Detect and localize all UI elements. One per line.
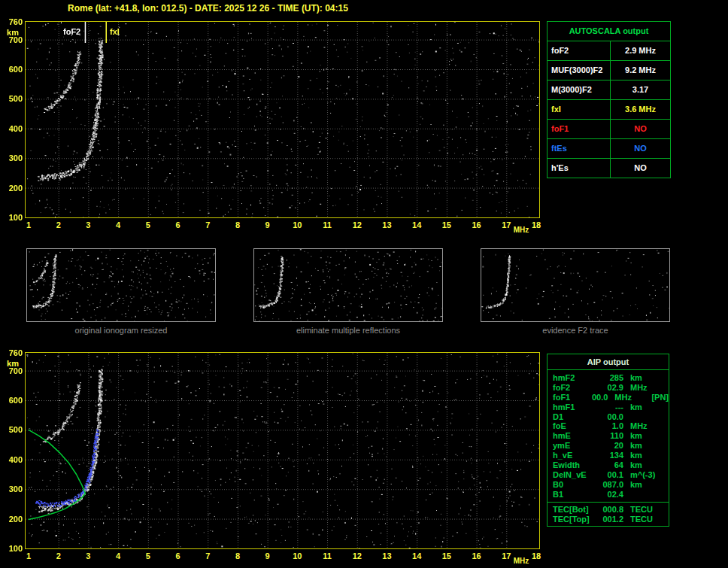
autoscala-row-value: 2.9 MHz: [611, 41, 670, 60]
y-tick-label: 300: [3, 484, 23, 494]
x-tick-label: 8: [231, 220, 244, 229]
aip-row-label: DelN_vE: [553, 470, 596, 480]
autoscala-row: h'EsNO: [548, 158, 670, 178]
autoscala-row-label: ftEs: [548, 139, 611, 158]
y-tick-label: 200: [3, 184, 23, 193]
aip-tec-row: TEC[Top]001.2TECU: [553, 515, 669, 525]
x-tick-label: 11: [320, 551, 334, 560]
x-tick-label: 12: [350, 551, 364, 560]
autoscala-row: M(3000)F23.17: [548, 80, 670, 99]
autoscala-row: foF1NO: [548, 119, 670, 138]
autoscala-table-body: foF22.9 MHzMUF(3000)F29.2 MHzM(3000)F23.…: [548, 41, 670, 178]
x-tick-label: 13: [380, 551, 393, 560]
aip-tec-label: TEC[Top]: [553, 515, 596, 525]
aip-row-extra: [PN]: [651, 393, 669, 402]
aip-row-unit: m^(-3): [630, 470, 668, 480]
autoscala-row-label: foF2: [548, 41, 611, 60]
x-tick-label: 5: [141, 220, 155, 229]
aip-row-unit: km: [630, 402, 668, 412]
x-tick-label: 9: [261, 551, 275, 560]
aip-row-unit: [630, 490, 668, 500]
aip-table: AIP output hmF2285kmfoF202.9MHzfoF100.0M…: [547, 354, 669, 527]
autoscala-row: foF22.9 MHz: [548, 41, 670, 60]
aip-row-label: B0: [553, 480, 596, 490]
aip-row-label: hmF1: [553, 402, 596, 412]
aip-row-value: 285: [596, 373, 623, 383]
aip-row: DelN_vE00.1m^(-3): [553, 470, 669, 480]
aip-row-value: 02.4: [596, 490, 623, 500]
autoscala-table-title: AUTOSCALA output: [548, 22, 670, 41]
fxI-marker-label: fxI: [110, 27, 120, 36]
x-tick-label: 16: [470, 551, 484, 560]
aip-tec-row: TEC[Bot]000.8TECU: [553, 505, 669, 515]
y-tick-label: 700: [3, 35, 23, 44]
aip-row-label: foF2: [553, 383, 596, 393]
x-tick-label: 10: [290, 220, 304, 229]
aip-row-value: 00.1: [596, 470, 623, 480]
y-tick-label: 600: [3, 396, 23, 405]
x-tick-label: 1: [22, 220, 35, 229]
thumbnail-eliminate-multiples: [253, 248, 443, 322]
autoscala-table: AUTOSCALA output foF22.9 MHzMUF(3000)F29…: [547, 21, 671, 178]
autoscala-row-label: MUF(3000)F2: [548, 61, 611, 80]
aip-row-unit: km: [630, 480, 668, 490]
autoscala-window: Rome (lat: +41.8, lon: 012.5) - DATE: 20…: [0, 0, 728, 568]
thumbnail-evidence-f2-canvas: [481, 249, 669, 321]
page-title: Rome (lat: +41.8, lon: 012.5) - DATE: 20…: [68, 3, 348, 14]
x-tick-label: 18: [529, 220, 543, 229]
autoscala-row-label: foF1: [548, 120, 611, 138]
x-tick-label: 3: [81, 551, 95, 560]
y-tick-label: 500: [3, 94, 23, 103]
autoscala-row-label: h'Es: [548, 159, 611, 178]
aip-row: B102.4: [553, 490, 669, 500]
aip-row-value: 110: [596, 431, 623, 441]
autoscala-row: ftEsNO: [548, 138, 670, 158]
x-tick-label: 6: [171, 551, 185, 560]
foF2-marker-label: foF2: [63, 27, 80, 36]
aip-row-label: foF1: [553, 393, 587, 402]
x-tick-label: 16: [470, 220, 484, 229]
x-tick-label: 4: [111, 220, 125, 229]
aip-row: h_vE134km: [553, 451, 669, 460]
y-tick-label: 600: [3, 65, 23, 74]
aip-row-label: foE: [553, 421, 596, 431]
aip-row-value: 00.0: [587, 393, 608, 402]
aip-row-value: 1.0: [596, 421, 623, 431]
autoscala-row-value: 9.2 MHz: [611, 61, 670, 80]
aip-row: hmF1---km: [553, 402, 669, 412]
aip-row-label: ymE: [553, 441, 596, 451]
aip-tec-unit: TECU: [630, 515, 668, 525]
y-tick-label: 500: [3, 425, 23, 434]
x-tick-label: 1: [22, 551, 35, 560]
scaled-ionogram-panel: [25, 352, 540, 549]
thumbnail-caption-multiples: eliminate multiple reflections: [253, 326, 443, 335]
recorded-ionogram-panel: foF2 fxI: [25, 21, 540, 218]
x-tick-label: 15: [440, 220, 453, 229]
aip-row-label: hmF2: [553, 373, 596, 383]
autoscala-row-label: M(3000)F2: [548, 80, 611, 99]
thumbnail-evidence-f2: [481, 248, 670, 322]
x-tick-label: 7: [201, 220, 214, 229]
x-tick-label: 17: [499, 551, 513, 560]
autoscala-row-value: 3.6 MHz: [611, 100, 670, 119]
aip-table-title: AIP output: [548, 354, 669, 370]
aip-row-unit: MHz: [630, 383, 668, 393]
aip-row-value: ---: [596, 402, 623, 412]
x-tick-label: 5: [141, 551, 155, 560]
aip-row: ymE20km: [553, 441, 669, 451]
recorded-ionogram-canvas: [26, 22, 539, 217]
y-tick-label: 100: [3, 213, 23, 222]
x-tick-label: 3: [81, 220, 95, 229]
x-tick-label: 8: [231, 551, 244, 560]
x-tick-label: 14: [410, 220, 423, 229]
thumbnail-caption-original: original ionogram resized: [26, 326, 216, 335]
aip-row-value: 20: [596, 441, 623, 451]
y-tick-label: 700: [3, 366, 23, 375]
aip-row-unit: km: [630, 373, 668, 383]
autoscala-row-value: NO: [611, 139, 670, 158]
x-tick-label: 6: [171, 220, 185, 229]
thumbnail-original-resized-canvas: [27, 249, 215, 321]
x-tick-label: 2: [52, 551, 65, 560]
y-tick-label: 400: [3, 455, 23, 464]
x-tick-label: 12: [350, 220, 364, 229]
